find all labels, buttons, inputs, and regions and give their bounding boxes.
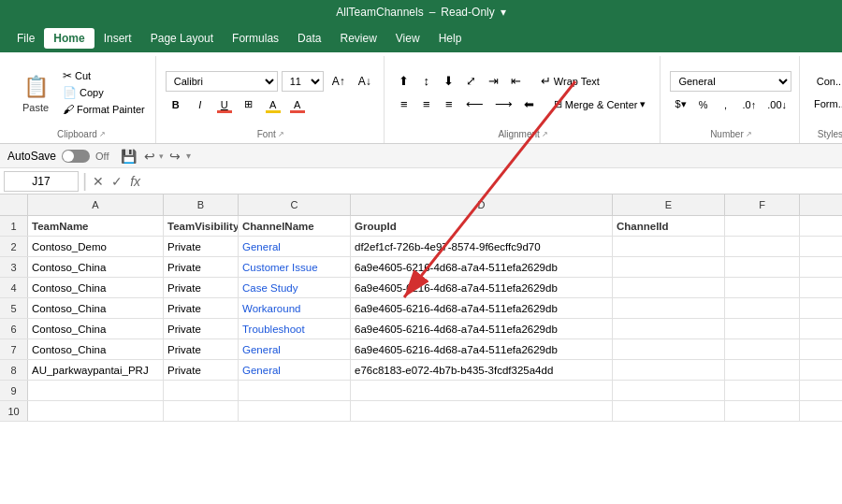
decrease-indent-button[interactable]: ⟵ bbox=[461, 94, 488, 115]
title-chevron[interactable]: ▾ bbox=[501, 6, 506, 19]
font-size-decrease-button[interactable]: A↓ bbox=[354, 71, 376, 92]
cell-d9[interactable] bbox=[351, 381, 613, 400]
cell-b8[interactable]: Private bbox=[164, 360, 239, 380]
comma-button[interactable]: , bbox=[716, 94, 736, 115]
increase-indent-button[interactable]: ⟶ bbox=[490, 94, 517, 115]
col-header-c[interactable]: C bbox=[239, 194, 351, 215]
cell-a9[interactable] bbox=[28, 381, 164, 400]
cell-c6[interactable]: Troubleshoot bbox=[239, 319, 351, 338]
cell-f7[interactable] bbox=[725, 339, 800, 359]
cell-b4[interactable]: Private bbox=[164, 278, 239, 297]
cell-a2[interactable]: Contoso_Demo bbox=[28, 237, 164, 256]
font-size-select[interactable]: 11 bbox=[282, 71, 324, 92]
align-top-button[interactable]: ⬆ bbox=[394, 71, 414, 92]
italic-button[interactable]: I bbox=[190, 94, 210, 115]
bold-button[interactable]: B bbox=[166, 94, 186, 115]
cell-e7[interactable] bbox=[613, 339, 725, 359]
confirm-formula-button[interactable]: ✓ bbox=[109, 174, 124, 189]
align-bottom-button[interactable]: ⬇ bbox=[439, 71, 459, 92]
formula-input[interactable] bbox=[146, 173, 838, 190]
font-color-button[interactable]: A bbox=[287, 94, 308, 115]
customize-qat-icon[interactable]: ▾ bbox=[186, 151, 191, 161]
cell-d5[interactable]: 6a9e4605-6216-4d68-a7a4-511efa2629db bbox=[351, 298, 613, 318]
cancel-formula-button[interactable]: ✕ bbox=[91, 174, 106, 189]
font-expand-icon[interactable]: ↗ bbox=[278, 130, 284, 138]
cell-d3[interactable]: 6a9e4605-6216-4d68-a7a4-511efa2629db bbox=[351, 257, 613, 277]
cell-a5[interactable]: Contoso_China bbox=[28, 298, 164, 318]
cell-a6[interactable]: Contoso_China bbox=[28, 319, 164, 338]
cell-b9[interactable] bbox=[164, 381, 239, 400]
col-header-e[interactable]: E bbox=[613, 194, 725, 215]
format-painter-button[interactable]: 🖌 Format Painter bbox=[60, 102, 148, 117]
cell-c2[interactable]: General bbox=[239, 237, 351, 256]
cell-d8[interactable]: e76c8183-e072-4b7b-b435-3fcdf325a4dd bbox=[351, 360, 613, 380]
autosave-toggle[interactable] bbox=[62, 150, 90, 163]
indent-decrease-button[interactable]: ⇤ bbox=[506, 71, 527, 92]
cell-f3[interactable] bbox=[725, 257, 800, 277]
save-button[interactable]: 💾 bbox=[119, 149, 138, 164]
cell-b6[interactable]: Private bbox=[164, 319, 239, 338]
borders-button[interactable]: ⊞ bbox=[239, 94, 259, 115]
cell-d10[interactable] bbox=[351, 401, 613, 421]
menu-view[interactable]: View bbox=[386, 28, 429, 49]
angle-text-button[interactable]: ⤢ bbox=[461, 71, 482, 92]
indent-increase-button[interactable]: ⇥ bbox=[484, 71, 504, 92]
merge-center-button[interactable]: ⊟ Merge & Center ▾ bbox=[547, 94, 653, 115]
cell-f5[interactable] bbox=[725, 298, 800, 318]
copy-button[interactable]: 📄 Copy bbox=[60, 85, 148, 100]
cell-e10[interactable] bbox=[613, 401, 725, 421]
cell-a3[interactable]: Contoso_China bbox=[28, 257, 164, 277]
cell-b1[interactable]: TeamVisibility bbox=[164, 216, 239, 236]
cell-a4[interactable]: Contoso_China bbox=[28, 278, 164, 297]
menu-help[interactable]: Help bbox=[429, 28, 472, 49]
col-header-a[interactable]: A bbox=[28, 194, 164, 215]
font-name-select[interactable]: Calibri bbox=[166, 71, 278, 92]
conditional-format-button[interactable]: Con... bbox=[813, 74, 842, 89]
menu-home[interactable]: Home bbox=[44, 28, 94, 49]
cell-f1[interactable] bbox=[725, 216, 800, 236]
menu-file[interactable]: File bbox=[7, 28, 44, 49]
percent-button[interactable]: % bbox=[693, 94, 714, 115]
cell-e9[interactable] bbox=[613, 381, 725, 400]
cut-button[interactable]: ✂ Cut bbox=[60, 68, 148, 83]
insert-function-button[interactable]: fx bbox=[128, 174, 142, 189]
cell-d4[interactable]: 6a9e4605-6216-4d68-a7a4-511efa2629db bbox=[351, 278, 613, 297]
cell-a10[interactable] bbox=[28, 401, 164, 421]
cell-a7[interactable]: Contoso_China bbox=[28, 339, 164, 359]
col-header-f[interactable]: F bbox=[725, 194, 800, 215]
wrap-text-button[interactable]: ↵ Wrap Text bbox=[534, 71, 606, 92]
format-table-button[interactable]: Form... bbox=[810, 96, 842, 111]
cell-e5[interactable] bbox=[613, 298, 725, 318]
menu-page-layout[interactable]: Page Layout bbox=[141, 28, 223, 49]
paste-button[interactable]: 📋 Paste bbox=[15, 68, 56, 117]
clipboard-expand-icon[interactable]: ↗ bbox=[99, 130, 106, 138]
underline-button[interactable]: U bbox=[214, 94, 235, 115]
cell-b3[interactable]: Private bbox=[164, 257, 239, 277]
align-left-button[interactable]: ≡ bbox=[394, 94, 414, 115]
menu-review[interactable]: Review bbox=[330, 28, 385, 49]
cell-f10[interactable] bbox=[725, 401, 800, 421]
cell-c10[interactable] bbox=[239, 401, 351, 421]
cell-e2[interactable] bbox=[613, 237, 725, 256]
cell-b10[interactable] bbox=[164, 401, 239, 421]
increase-decimal-button[interactable]: .0↑ bbox=[738, 94, 762, 115]
cell-b5[interactable]: Private bbox=[164, 298, 239, 318]
cell-c4[interactable]: Case Study bbox=[239, 278, 351, 297]
cell-d2[interactable]: df2ef1cf-726b-4e97-8574-9f6ecffc9d70 bbox=[351, 237, 613, 256]
decrease-decimal-button[interactable]: .00↓ bbox=[762, 94, 791, 115]
cell-e8[interactable] bbox=[613, 360, 725, 380]
col-header-b[interactable]: B bbox=[164, 194, 239, 215]
col-header-d[interactable]: D bbox=[351, 194, 613, 215]
undo-button[interactable]: ↩ bbox=[142, 149, 157, 164]
cell-e6[interactable] bbox=[613, 319, 725, 338]
cell-e1[interactable]: ChannelId bbox=[613, 216, 725, 236]
number-expand-icon[interactable]: ↗ bbox=[746, 130, 752, 138]
align-center-button[interactable]: ≡ bbox=[416, 94, 437, 115]
cell-d7[interactable]: 6a9e4605-6216-4d68-a7a4-511efa2629db bbox=[351, 339, 613, 359]
cell-f2[interactable] bbox=[725, 237, 800, 256]
cell-d6[interactable]: 6a9e4605-6216-4d68-a7a4-511efa2629db bbox=[351, 319, 613, 338]
cell-a8[interactable]: AU_parkwaypantai_PRJ bbox=[28, 360, 164, 380]
cell-f8[interactable] bbox=[725, 360, 800, 380]
font-size-increase-button[interactable]: A↑ bbox=[327, 71, 350, 92]
cell-c8[interactable]: General bbox=[239, 360, 351, 380]
